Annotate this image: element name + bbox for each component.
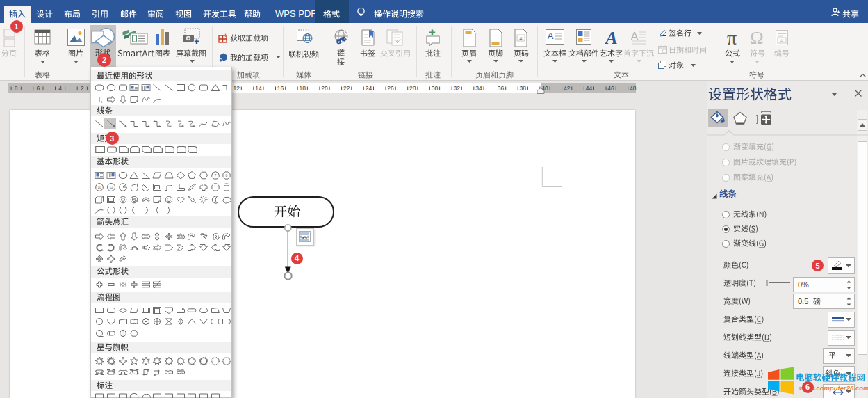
svg-text:12: 12 [233, 85, 240, 92]
svg-text:Ω: Ω [750, 29, 763, 46]
svg-text:7: 7 [214, 173, 216, 177]
svg-text:34: 34 [475, 85, 482, 92]
svg-text:44: 44 [586, 85, 593, 92]
svg-text:8: 8 [226, 173, 228, 177]
svg-text:46: 46 [607, 85, 614, 92]
svg-text:4: 4 [58, 85, 62, 92]
svg-text:20: 20 [321, 85, 328, 92]
svg-text:38: 38 [520, 85, 527, 92]
svg-text:48: 48 [630, 85, 637, 92]
svg-text:#: # [519, 35, 523, 42]
svg-text:30: 30 [432, 85, 439, 92]
svg-text:24: 24 [366, 85, 372, 92]
svg-text:22: 22 [343, 85, 350, 92]
svg-text:6: 6 [37, 85, 40, 92]
svg-text:36: 36 [498, 85, 505, 92]
svg-text:A: A [605, 29, 618, 47]
svg-text:2: 2 [81, 85, 84, 92]
svg-text:π: π [727, 29, 737, 46]
svg-text:26: 26 [387, 85, 394, 92]
svg-text:10: 10 [98, 185, 102, 189]
svg-text:42: 42 [564, 85, 571, 92]
svg-text:32: 32 [453, 85, 460, 92]
svg-text:14: 14 [255, 85, 262, 92]
svg-text:#: # [780, 38, 784, 44]
svg-text:18: 18 [300, 85, 306, 92]
svg-text:8: 8 [15, 85, 18, 92]
svg-text:A: A [548, 31, 554, 41]
svg-text:12: 12 [109, 185, 113, 189]
svg-text:16: 16 [277, 85, 284, 92]
svg-text:28: 28 [409, 85, 416, 92]
